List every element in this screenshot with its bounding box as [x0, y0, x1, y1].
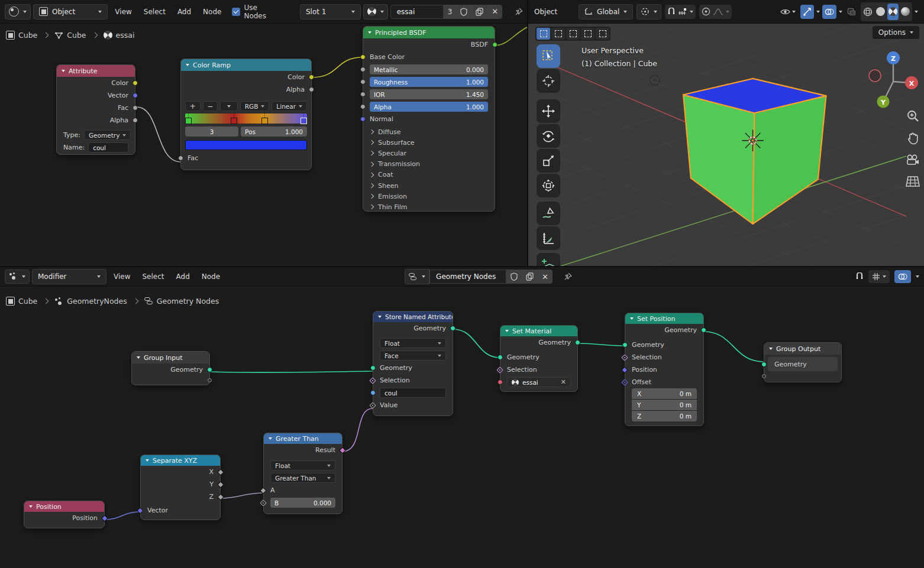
- collapse-icon[interactable]: [62, 70, 65, 72]
- socket-ior-input[interactable]: [360, 92, 366, 97]
- fake-user-button[interactable]: [506, 270, 522, 284]
- socket-material-input[interactable]: [497, 379, 503, 385]
- ior-slider[interactable]: IOR1.450: [370, 89, 488, 99]
- browse-tree-button[interactable]: [405, 269, 429, 284]
- socket-geometry-output[interactable]: [450, 326, 455, 331]
- socket-roughness-input[interactable]: [360, 79, 366, 85]
- data-type-dropdown[interactable]: Float: [380, 338, 446, 348]
- shading-wireframe-button[interactable]: [862, 4, 874, 20]
- attribute-type-dropdown[interactable]: Geometry: [84, 130, 131, 140]
- metallic-slider[interactable]: Metallic0.000: [370, 64, 488, 74]
- attribute-name-input[interactable]: coul: [88, 142, 128, 152]
- socket-fac-output[interactable]: [133, 105, 138, 111]
- shading-material-button[interactable]: [887, 4, 899, 20]
- node-header[interactable]: Group Input: [132, 352, 209, 363]
- chevron-down-icon[interactable]: [839, 11, 842, 13]
- socket-vector-output[interactable]: [133, 93, 138, 98]
- socket-alpha-output[interactable]: [309, 87, 314, 92]
- editor-type-button[interactable]: [5, 270, 30, 284]
- socket-geometry-input[interactable]: [497, 355, 503, 360]
- tool-rotate[interactable]: [537, 124, 560, 148]
- magnet-icon[interactable]: [667, 8, 676, 16]
- camera-view-icon[interactable]: [906, 154, 920, 166]
- collapse-icon[interactable]: [769, 348, 773, 350]
- node-principled-bsdf[interactable]: Principled BSDF BSDF Base Color Metallic…: [363, 26, 495, 212]
- socket-metallic-input[interactable]: [360, 67, 366, 72]
- add-stop-button[interactable]: +: [185, 101, 201, 111]
- node-header[interactable]: Greater Than: [264, 433, 342, 444]
- select-mode-subtract[interactable]: [566, 28, 580, 40]
- tool-move[interactable]: [537, 99, 560, 123]
- tool-annotate[interactable]: [537, 202, 560, 225]
- roughness-slider[interactable]: Roughness1.000: [370, 77, 488, 87]
- tool-cursor[interactable]: [537, 69, 560, 93]
- menu-view[interactable]: View: [110, 8, 136, 16]
- panel-emission[interactable]: Emission: [363, 191, 495, 202]
- stop-position-field[interactable]: Pos1.000: [241, 126, 307, 137]
- node-store-named-attribute[interactable]: Store Named Attribute Geometry Float Fac…: [373, 311, 453, 416]
- menu-node[interactable]: Node: [197, 272, 225, 281]
- node-greater-than[interactable]: Greater Than Result Float Greater Than A…: [263, 433, 343, 514]
- offset-z-field[interactable]: Z0 m: [632, 411, 697, 421]
- node-attribute[interactable]: Attribute Color Vector Fac Alpha Type:Ge…: [56, 64, 135, 155]
- panel-coat[interactable]: Coat: [363, 170, 495, 180]
- virtual-socket[interactable]: [208, 378, 212, 382]
- collapse-icon[interactable]: [186, 64, 189, 66]
- menu-select[interactable]: Select: [137, 272, 169, 281]
- breadcrumb-material[interactable]: essai: [116, 31, 135, 40]
- node-group-output[interactable]: Group Output Geometry: [764, 342, 842, 382]
- fake-user-button[interactable]: [456, 5, 471, 19]
- chevron-down-icon[interactable]: [816, 11, 820, 13]
- alpha-slider[interactable]: Alpha1.000: [370, 102, 488, 112]
- node-group-input[interactable]: Group Input Geometry: [131, 351, 210, 385]
- material-users-count[interactable]: 3: [444, 5, 457, 19]
- ramp-stop-1[interactable]: [231, 118, 237, 124]
- zoom-icon[interactable]: [906, 109, 919, 122]
- xray-toggle[interactable]: [845, 5, 858, 19]
- node-set-position[interactable]: Set Position Geometry Geometry Selection…: [625, 313, 704, 426]
- new-tree-button[interactable]: [522, 270, 538, 284]
- viewport-area[interactable]: Object Global: [528, 0, 924, 266]
- socket-geometry-output[interactable]: [701, 327, 706, 333]
- node-header[interactable]: Attribute: [57, 65, 135, 77]
- panel-diffuse[interactable]: Diffuse: [363, 126, 495, 137]
- proportional-edit-icon[interactable]: [702, 7, 710, 16]
- node-header[interactable]: Principled BSDF: [363, 27, 495, 38]
- node-tree-type-dropdown[interactable]: Modifier: [32, 269, 106, 284]
- select-mode-invert[interactable]: [581, 28, 595, 40]
- chevron-down-icon[interactable]: [690, 11, 693, 13]
- transform-orientation-dropdown[interactable]: Global: [579, 4, 633, 20]
- offset-y-field[interactable]: Y0 m: [632, 400, 697, 410]
- node-color-ramp[interactable]: Color Ramp Color Alpha + − RGB Linear 3 …: [180, 59, 312, 170]
- overlays-toggle[interactable]: [894, 270, 911, 283]
- node-header[interactable]: Set Material: [500, 326, 577, 336]
- data-type-dropdown[interactable]: Float: [270, 460, 335, 470]
- tool-add-cube[interactable]: [537, 253, 560, 266]
- select-mode-intersect[interactable]: [596, 28, 609, 40]
- remove-stop-button[interactable]: −: [203, 101, 218, 111]
- collapse-icon[interactable]: [29, 505, 33, 508]
- chevron-down-icon[interactable]: [916, 275, 919, 278]
- tool-scale[interactable]: [537, 149, 560, 173]
- node-header[interactable]: Group Output: [764, 343, 841, 355]
- tree-name-field[interactable]: Geometry Nodes: [429, 270, 506, 284]
- node-header[interactable]: Position: [24, 501, 104, 512]
- shading-mode-dropdown[interactable]: Object: [33, 4, 108, 20]
- offset-x-field[interactable]: X0 m: [632, 388, 697, 399]
- socket-geometry-output[interactable]: [575, 340, 580, 345]
- node-header[interactable]: Color Ramp: [181, 59, 311, 71]
- node-header[interactable]: Separate XYZ: [141, 455, 220, 466]
- panel-sheen[interactable]: Sheen: [363, 180, 495, 191]
- domain-dropdown[interactable]: Face: [380, 350, 446, 361]
- falloff-curve-icon[interactable]: [713, 8, 723, 15]
- socket-bsdf-output[interactable]: [492, 42, 497, 47]
- menu-view[interactable]: View: [109, 272, 135, 281]
- panel-transmission[interactable]: Transmission: [363, 159, 495, 170]
- pan-hand-icon[interactable]: [906, 132, 919, 145]
- shading-rendered-button[interactable]: [900, 4, 911, 20]
- magnet-icon[interactable]: [855, 272, 864, 281]
- socket-name-input[interactable]: [370, 390, 376, 395]
- pivot-point-dropdown[interactable]: [637, 4, 661, 20]
- attribute-name-input[interactable]: coul: [380, 388, 446, 398]
- menu-node[interactable]: Node: [198, 8, 226, 16]
